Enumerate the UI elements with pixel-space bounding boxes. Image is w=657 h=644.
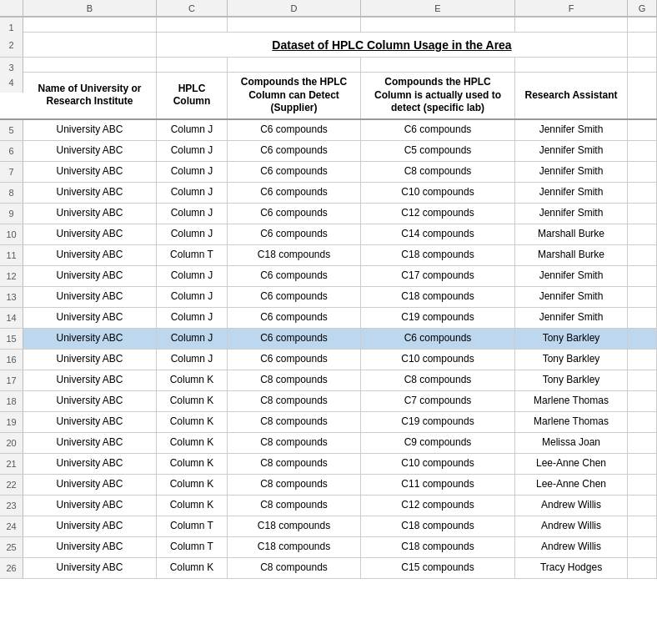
university-cell: University ABC — [23, 266, 157, 286]
row-number: 11 — [0, 245, 23, 265]
university-cell: University ABC — [23, 496, 157, 516]
header-research-assistant: Research Assistant — [515, 73, 628, 118]
row-number: 8 — [0, 183, 23, 203]
actually-detect-cell: C12 compounds — [361, 204, 515, 224]
table-row: 10 University ABC Column J C6 compounds … — [0, 224, 657, 245]
spreadsheet-title: Dataset of HPLC Column Usage in the Area — [157, 33, 628, 57]
can-detect-cell: C8 compounds — [228, 454, 361, 474]
university-cell: University ABC — [23, 433, 157, 453]
empty-cell — [628, 475, 657, 495]
assistant-cell: Andrew Willis — [515, 496, 628, 516]
assistant-cell: Melissa Joan — [515, 433, 628, 453]
empty-cell — [628, 204, 657, 224]
empty-cell — [628, 162, 657, 182]
can-detect-cell: C8 compounds — [228, 496, 361, 516]
row-number: 25 — [0, 537, 23, 557]
can-detect-cell: C6 compounds — [228, 308, 361, 328]
hplc-column-cell: Column J — [157, 266, 228, 286]
university-cell: University ABC — [23, 537, 157, 557]
table-row: 23 University ABC Column K C8 compounds … — [0, 496, 657, 516]
table-row: 19 University ABC Column K C8 compounds … — [0, 412, 657, 433]
can-detect-cell: C18 compounds — [228, 537, 361, 557]
actually-detect-cell: C19 compounds — [361, 308, 515, 328]
empty-cell — [628, 496, 657, 516]
table-row: 18 University ABC Column K C8 compounds … — [0, 391, 657, 412]
empty-cell — [628, 391, 657, 411]
empty-cell — [628, 516, 657, 536]
row-number: 12 — [0, 266, 23, 286]
table-row: 15 University ABC Column J C6 compounds … — [0, 329, 657, 350]
assistant-cell: Marlene Thomas — [515, 391, 628, 411]
university-cell: University ABC — [23, 412, 157, 432]
university-cell: University ABC — [23, 516, 157, 536]
table-row: 5 University ABC Column J C6 compounds C… — [0, 120, 657, 141]
col-letter-e: E — [361, 0, 515, 17]
actually-detect-cell: C14 compounds — [361, 224, 515, 244]
hplc-column-cell: Column T — [157, 516, 228, 536]
row-number: 19 — [0, 412, 23, 432]
hplc-column-cell: Column K — [157, 391, 228, 411]
empty-cell — [628, 308, 657, 328]
header-actually-detect: Compounds the HPLC Column is actually us… — [361, 73, 515, 118]
can-detect-cell: C6 compounds — [228, 162, 361, 182]
hplc-column-cell: Column J — [157, 287, 228, 307]
col-letter-f: F — [515, 0, 628, 17]
assistant-cell: Jennifer Smith — [515, 162, 628, 182]
university-cell: University ABC — [23, 245, 157, 265]
actually-detect-cell: C11 compounds — [361, 475, 515, 495]
actually-detect-cell: C18 compounds — [361, 287, 515, 307]
row-number: 15 — [0, 329, 23, 349]
hplc-column-cell: Column J — [157, 162, 228, 182]
row-number: 22 — [0, 475, 23, 495]
can-detect-cell: C8 compounds — [228, 475, 361, 495]
hplc-column-cell: Column J — [157, 329, 228, 349]
hplc-column-cell: Column J — [157, 183, 228, 203]
assistant-cell: Lee-Anne Chen — [515, 454, 628, 474]
actually-detect-cell: C10 compounds — [361, 350, 515, 370]
assistant-cell: Andrew Willis — [515, 516, 628, 536]
table-row: 8 University ABC Column J C6 compounds C… — [0, 183, 657, 204]
can-detect-cell: C6 compounds — [228, 329, 361, 349]
hplc-column-cell: Column J — [157, 204, 228, 224]
university-cell: University ABC — [23, 183, 157, 203]
hplc-column-cell: Column K — [157, 475, 228, 495]
col-letter-g: G — [628, 0, 657, 17]
row-1: 1 — [0, 18, 657, 33]
can-detect-cell: C8 compounds — [228, 433, 361, 453]
empty-cell — [628, 537, 657, 557]
university-cell: University ABC — [23, 370, 157, 390]
actually-detect-cell: C10 compounds — [361, 183, 515, 203]
assistant-cell: Marshall Burke — [515, 245, 628, 265]
can-detect-cell: C6 compounds — [228, 204, 361, 224]
assistant-cell: Jennifer Smith — [515, 141, 628, 161]
col-letter-c: C — [157, 0, 228, 17]
university-cell: University ABC — [23, 204, 157, 224]
table-row: 9 University ABC Column J C6 compounds C… — [0, 204, 657, 224]
can-detect-cell: C8 compounds — [228, 412, 361, 432]
empty-cell — [628, 224, 657, 244]
actually-detect-cell: C6 compounds — [361, 329, 515, 349]
header-can-detect: Compounds the HPLC Column can Detect (Su… — [228, 73, 361, 118]
hplc-column-cell: Column T — [157, 245, 228, 265]
empty-cell — [628, 433, 657, 453]
row-number: 9 — [0, 204, 23, 224]
assistant-cell: Jennifer Smith — [515, 120, 628, 140]
can-detect-cell: C18 compounds — [228, 245, 361, 265]
actually-detect-cell: C8 compounds — [361, 370, 515, 390]
col-letter-a — [0, 0, 23, 17]
university-cell: University ABC — [23, 350, 157, 370]
actually-detect-cell: C6 compounds — [361, 120, 515, 140]
row-number: 14 — [0, 308, 23, 328]
column-header-row: B C D E F G — [0, 0, 657, 18]
col-letter-d: D — [228, 0, 361, 17]
assistant-cell: Jennifer Smith — [515, 308, 628, 328]
can-detect-cell: C8 compounds — [228, 370, 361, 390]
row-3: 3 — [0, 58, 657, 73]
university-cell: University ABC — [23, 558, 157, 578]
table-row: 16 University ABC Column J C6 compounds … — [0, 350, 657, 370]
header-university: Name of University or Research Institute — [23, 73, 157, 118]
can-detect-cell: C6 compounds — [228, 266, 361, 286]
table-row: 11 University ABC Column T C18 compounds… — [0, 245, 657, 266]
row-number: 20 — [0, 433, 23, 453]
empty-cell — [628, 370, 657, 390]
